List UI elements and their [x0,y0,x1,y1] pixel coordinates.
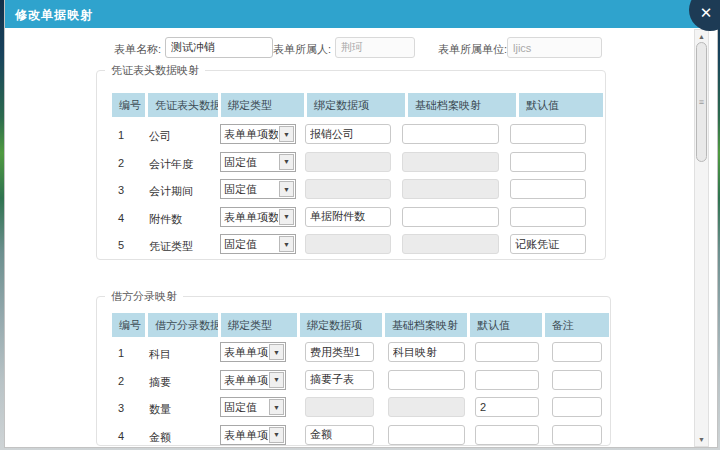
bind-type-value: 固定值 [224,153,278,171]
row-number: 4 [118,430,124,442]
modify-document-mapping-dialog: 修改单据映射 ✕ 表单名称: 表单所属人: 表单所属单位: 凭证表头数据映射 编… [4,0,718,448]
scrollbar-up-arrow-icon[interactable]: ▲ [695,31,708,42]
archive-mapping-input[interactable] [388,370,465,390]
bind-data-input[interactable] [305,370,374,390]
bind-type-select[interactable]: 固定值▼ [220,152,296,172]
dropdown-arrow-icon[interactable]: ▼ [269,427,284,443]
note-input[interactable] [552,370,602,390]
bind-type-select[interactable]: 表单单项数据绑▼ [220,124,296,144]
default-value-input[interactable] [510,207,586,227]
default-value-input[interactable] [475,342,539,362]
bind-data-input [305,234,391,254]
dropdown-arrow-icon[interactable]: ▼ [279,209,294,225]
desktop-background: 修改单据映射 ✕ 表单名称: 表单所属人: 表单所属单位: 凭证表头数据映射 编… [0,0,720,450]
dialog-titlebar: 修改单据映射 [5,0,717,28]
bind-data-input [305,397,374,417]
table-row: 3会计期间固定值▼ [97,176,605,204]
table-row: 3数量固定值▼ [97,394,610,422]
default-value-input[interactable] [510,234,586,254]
note-input[interactable] [552,425,602,445]
data-item-label: 科目 [149,347,171,362]
row-number: 3 [118,184,124,196]
vertical-scrollbar[interactable]: ▲ ≡ ▼ [694,29,709,447]
table-row: 2摘要表单单项数据▼ [97,367,610,395]
archive-mapping-input[interactable] [388,425,465,445]
data-item-label: 数量 [149,402,171,417]
debit-table-body: 1科目表单单项数据▼2摘要表单单项数据▼3数量固定值▼4金额表单单项数据▼ [97,339,610,449]
close-icon: ✕ [700,4,713,22]
default-value-input[interactable] [475,397,539,417]
data-item-label: 公司 [149,129,171,144]
dropdown-arrow-icon[interactable]: ▼ [269,399,284,415]
form-owner-label: 表单所属人: [267,42,331,57]
bind-data-input[interactable] [305,207,391,227]
voucher-header-mapping-section: 凭证表头数据映射 编号凭证表头数据项绑定类型绑定数据项基础档案映射默认值 1公司… [96,70,606,260]
archive-mapping-input [402,179,499,199]
bind-data-input[interactable] [305,425,374,445]
dropdown-arrow-icon[interactable]: ▼ [269,344,284,360]
bind-type-select[interactable]: 表单单项数据绑▼ [220,207,296,227]
bind-type-value: 固定值 [224,398,268,416]
table-row: 1公司表单单项数据绑▼ [97,121,605,149]
note-input[interactable] [552,342,602,362]
voucher-header-section-legend: 凭证表头数据映射 [105,63,205,78]
table-row: 4金额表单单项数据▼ [97,422,610,450]
column-header-3: 绑定数据项 [300,313,382,337]
bind-type-select[interactable]: 固定值▼ [220,179,296,199]
column-header-6: 备注 [545,313,609,337]
archive-mapping-input [402,234,499,254]
column-header-0: 编号 [112,93,145,117]
bind-type-value: 表单单项数据绑 [224,208,278,226]
form-owner-input [335,37,415,58]
default-value-input[interactable] [475,370,539,390]
row-number: 5 [118,239,124,251]
bind-data-input[interactable] [305,124,391,144]
bind-type-select[interactable]: 表单单项数据▼ [220,342,286,362]
table-row: 2会计年度固定值▼ [97,149,605,177]
dropdown-arrow-icon[interactable]: ▼ [279,126,294,142]
column-header-2: 绑定类型 [221,313,297,337]
default-value-input[interactable] [510,124,586,144]
archive-mapping-input[interactable] [402,207,499,227]
bind-data-input [305,179,391,199]
bind-type-value: 表单单项数据绑 [224,125,278,143]
bind-type-value: 固定值 [224,235,278,253]
form-name-input[interactable] [165,37,273,58]
data-item-label: 摘要 [149,375,171,390]
form-unit-input [507,37,602,58]
bind-type-value: 表单单项数据 [224,426,268,444]
default-value-input[interactable] [510,152,586,172]
bind-data-input[interactable] [305,342,374,362]
column-header-3: 绑定数据项 [307,93,405,117]
data-item-label: 金额 [149,430,171,445]
dropdown-arrow-icon[interactable]: ▼ [279,154,294,170]
column-header-0: 编号 [112,313,145,337]
column-header-4: 基础档案映射 [408,93,516,117]
column-header-1: 凭证表头数据项 [148,93,218,117]
default-value-input[interactable] [475,425,539,445]
scrollbar-thumb[interactable]: ≡ [696,42,707,162]
dropdown-arrow-icon[interactable]: ▼ [279,181,294,197]
dropdown-arrow-icon[interactable]: ▼ [269,372,284,388]
bind-type-value: 固定值 [224,180,278,198]
voucher-header-table-head: 编号凭证表头数据项绑定类型绑定数据项基础档案映射默认值 [97,93,605,117]
bind-type-select[interactable]: 表单单项数据▼ [220,370,286,390]
note-input[interactable] [552,397,602,417]
debit-entry-mapping-section: 借方分录映射 编号借方分录数据项绑定类型绑定数据项基础档案映射默认值备注 1科目… [96,296,611,446]
archive-mapping-input[interactable] [402,124,499,144]
bind-type-value: 表单单项数据 [224,371,268,389]
bind-data-input [305,152,391,172]
voucher-header-table-body: 1公司表单单项数据绑▼2会计年度固定值▼3会计期间固定值▼4附件数表单单项数据绑… [97,121,605,259]
archive-mapping-input [388,397,465,417]
row-number: 3 [118,402,124,414]
default-value-input[interactable] [510,179,586,199]
bind-type-select[interactable]: 固定值▼ [220,397,286,417]
bind-type-select[interactable]: 表单单项数据▼ [220,425,286,445]
row-number: 2 [118,375,124,387]
archive-mapping-input[interactable] [388,342,465,362]
scrollbar-down-arrow-icon[interactable]: ▼ [695,434,708,445]
bind-type-select[interactable]: 固定值▼ [220,234,296,254]
data-item-label: 会计期间 [149,184,193,199]
table-row: 4附件数表单单项数据绑▼ [97,204,605,232]
dropdown-arrow-icon[interactable]: ▼ [279,236,294,252]
